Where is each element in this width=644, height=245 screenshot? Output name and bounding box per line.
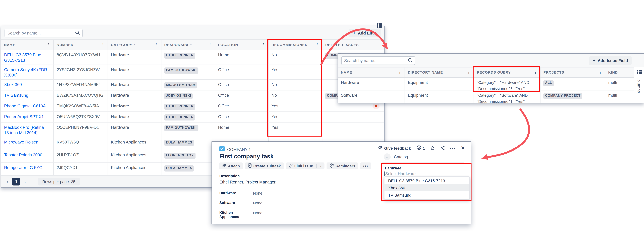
dropdown-options-list: DELL G3 3579 Blue G315-7213 Xbox 360 TV … — [384, 176, 470, 199]
asset-name-link[interactable]: DELL G3 3579 Blue G315-7213 — [4, 53, 41, 63]
asset-search-input[interactable] — [7, 31, 75, 35]
table-row[interactable]: Software Equipment "Category" = "Softwar… — [338, 90, 634, 103]
close-icon[interactable]: ✕ — [461, 145, 465, 151]
link-icon — [288, 163, 293, 168]
more-actions-button[interactable]: ••• — [450, 146, 456, 150]
column-menu-icon[interactable]: ⋮ — [534, 70, 537, 75]
issue-title[interactable]: First company task — [219, 153, 274, 160]
column-header-kind[interactable]: KIND — [608, 70, 618, 75]
asset-name-link[interactable]: Microwave Rolsen — [4, 140, 38, 144]
fields-search-box[interactable] — [341, 56, 415, 65]
asset-decommissioned: Yes — [268, 101, 322, 112]
asset-name-link[interactable]: Xbox 360 — [4, 82, 22, 87]
asset-search-box[interactable] — [4, 29, 82, 37]
description-text[interactable]: Ethel Renner, Project Manager. — [219, 180, 276, 184]
dropdown-option[interactable]: TV Samsung — [384, 192, 470, 199]
attach-button[interactable]: Attach — [219, 162, 243, 169]
responsible-badge: PAM GUTKOWSKI — [164, 125, 198, 131]
column-header-records-query[interactable]: RECORDS QUERY — [477, 70, 511, 75]
dropdown-option[interactable]: DELL G3 3579 Blue G315-7213 — [384, 177, 470, 184]
back-button[interactable]: ← — [384, 153, 390, 160]
table-row[interactable]: Hardware Equipment "Category" = "Hardwar… — [338, 78, 634, 90]
column-header-responsible[interactable]: RESPONSIBLE — [164, 43, 192, 47]
columns-side-tab[interactable]: Columns — [634, 67, 644, 103]
share-button[interactable] — [440, 145, 445, 151]
table-row[interactable]: TV Samsung BWZK73A1MXCOVQHG Hardware JOE… — [1, 91, 384, 101]
asset-category: Hardware — [108, 101, 162, 112]
column-header-location[interactable]: LOCATION — [218, 43, 238, 47]
field-value[interactable]: None — [253, 201, 262, 205]
add-issue-field-button[interactable]: + Add Issue Field — [589, 56, 632, 65]
column-header-projects[interactable]: PROJECTS — [544, 70, 564, 75]
watch-button[interactable]: 1 — [416, 145, 425, 151]
table-row[interactable]: Printer Arojet SPT X1 O5UIW6BQ2TKZSX0V H… — [1, 112, 384, 123]
asset-name-link[interactable]: Phone Gigaset C610A — [4, 104, 46, 108]
issue-field-row: Software None — [219, 201, 262, 205]
asset-table-header: NAME⋮ NUMBER⋮ CATEGORY↑⋮ RESPONSIBLE⋮ LO… — [1, 40, 384, 50]
column-menu-icon[interactable]: ⋮ — [598, 70, 602, 75]
fields-table-body: Hardware Equipment "Category" = "Hardwar… — [338, 78, 634, 103]
asset-decommissioned: Yes — [268, 123, 322, 137]
column-header-number[interactable]: NUMBER — [57, 43, 74, 47]
table-row[interactable]: MacBook Pro (Retina 13-inch Mid 2014) Q5… — [1, 123, 384, 137]
asset-number: 8QVBJ-40XUO7RYWH — [54, 50, 108, 65]
column-menu-icon[interactable]: ⋮ — [101, 43, 105, 47]
asset-name-link[interactable]: Printer Arojet SPT X1 — [4, 114, 44, 119]
table-row[interactable]: DELL G3 3579 Blue G315-7213 8QVBJ-40XUO7… — [1, 50, 384, 65]
field-label: Kitchen Appliances — [219, 211, 253, 219]
select-hardware-field[interactable] — [385, 171, 467, 176]
issue-fields-panel: + Add Issue Field NAME⋮ DIRECTORY NAME⋮ … — [338, 54, 644, 103]
table-row[interactable]: Phone Gigaset C610A TMQK2SOWF8-4N5IA Har… — [1, 101, 384, 112]
column-menu-icon[interactable]: ⋮ — [262, 43, 265, 47]
asset-name-link[interactable]: TV Samsung — [4, 93, 28, 98]
add-entry-button[interactable]: + Add Entry — [349, 29, 381, 37]
fields-search-input[interactable] — [344, 58, 408, 63]
like-button[interactable] — [430, 145, 435, 151]
field-value[interactable]: None — [253, 191, 262, 195]
table-row[interactable]: Camera Sony 4K (FDR-X3000) 2YSJGNZ-2YSJG… — [1, 65, 384, 80]
table-row[interactable]: Xbox 360 1H7P3YWED4NAM9FJ Hardware MS. J… — [1, 80, 384, 91]
responsible-badge: PAM GUTKOWSKI — [164, 67, 198, 74]
more-toolbar-button[interactable]: ••• — [360, 162, 371, 169]
column-header-related-issues[interactable]: RELATED ISSUES — [325, 43, 359, 47]
asset-name-link[interactable]: Camera Sony 4K (FDR-X3000) — [4, 67, 48, 77]
asset-number: 1H7P3YWED4NAM9FJ — [54, 80, 108, 90]
column-menu-icon[interactable]: ⋮ — [208, 43, 212, 47]
column-menu-icon[interactable]: ⋮ — [47, 43, 50, 47]
arrow-to-issue-dropdown — [481, 109, 529, 160]
asset-name-link[interactable]: Refrigerator LG 5YG — [4, 165, 42, 170]
dropdown-option-highlighted[interactable]: Xbox 360 — [384, 184, 470, 191]
column-menu-icon[interactable]: ⋮ — [154, 43, 158, 47]
screenshot-canvas: + Add Entry NAME⋮ NUMBER⋮ CATEGORY↑⋮ RES… — [0, 0, 644, 245]
column-menu-icon[interactable]: ⋮ — [316, 43, 319, 47]
current-page-button[interactable]: 1 — [12, 178, 20, 185]
column-header-directory-name[interactable]: DIRECTORY NAME — [408, 70, 443, 75]
asset-name-link[interactable]: MacBook Pro (Retina 13-inch Mid 2014) — [4, 125, 44, 135]
column-header-decommissioned[interactable]: DECOMMISSIONED — [272, 43, 308, 47]
create-subtask-button[interactable]: Create subtask — [245, 162, 284, 169]
next-page-button[interactable]: › — [23, 179, 27, 184]
select-hardware-input[interactable] — [384, 171, 466, 176]
column-header-name[interactable]: NAME — [4, 43, 16, 47]
rows-per-page-selector[interactable]: Rows per page: 25 — [38, 178, 80, 185]
issue-key-link[interactable]: COMPANY-1 — [227, 147, 251, 151]
reminders-button[interactable]: Reminders — [326, 162, 358, 169]
responsible-badge: FLORENCE TOY — [164, 153, 195, 159]
column-menu-icon[interactable]: ⋮ — [467, 70, 471, 75]
asset-category: Hardware — [108, 112, 162, 122]
column-menu-icon[interactable]: ⋮ — [398, 70, 402, 75]
link-issue-button[interactable]: Link issue ⌄ — [286, 162, 324, 169]
give-feedback-button[interactable]: Give feedback — [378, 146, 411, 151]
column-header-name[interactable]: NAME — [341, 70, 352, 75]
asset-name-link[interactable]: Toaster Polaris 2000 — [4, 153, 42, 157]
field-label: Software — [219, 201, 253, 205]
subtask-icon — [248, 163, 252, 169]
issue-toolbar: Attach Create subtask Link issue ⌄ Remin… — [219, 162, 371, 169]
prev-page-button[interactable]: ‹ — [5, 179, 10, 184]
column-header-category[interactable]: CATEGORY — [111, 43, 132, 47]
field-value[interactable]: None — [253, 211, 262, 219]
responsible-badge: ETHEL RENNER — [164, 104, 195, 110]
columns-config-icon[interactable] — [376, 23, 382, 28]
issue-view-panel: COMPANY-1 Give feedback 1 ••• ✕ First co… — [212, 141, 471, 224]
chevron-down-icon[interactable]: ⌄ — [319, 164, 322, 168]
